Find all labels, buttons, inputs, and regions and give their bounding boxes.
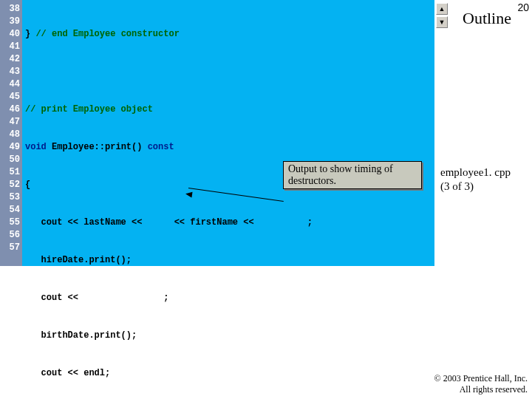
scroll-up-button[interactable]: ▲ xyxy=(436,3,448,15)
line-number: 57 xyxy=(0,242,20,254)
line-number: 47 xyxy=(0,116,20,129)
arrow-down-icon: ▼ xyxy=(439,18,446,26)
code-text: } xyxy=(25,29,35,39)
line-number-gutter: 3839404142434445464748495051525354555657 xyxy=(0,0,22,266)
line-number: 49 xyxy=(0,141,20,154)
code-text: Employee::print() xyxy=(47,142,148,152)
arrow-up-icon: ▲ xyxy=(439,5,446,13)
callout-text: Output to show timing of destructors. xyxy=(288,163,393,186)
line-number: 56 xyxy=(0,229,20,242)
code-keyword: const xyxy=(148,142,174,152)
code-comment: // end Employee constructor xyxy=(35,29,179,39)
code-text: ; xyxy=(259,217,313,228)
copyright: © 2003 Prentice Hall, Inc. All rights re… xyxy=(434,373,528,395)
code-text: { xyxy=(25,180,30,190)
line-number: 44 xyxy=(0,78,20,91)
code-text: cout << xyxy=(25,293,83,303)
file-label: employee1. cpp (3 of 3) xyxy=(440,166,511,194)
slide-number: 20 xyxy=(517,1,529,13)
code-text: << firstName << xyxy=(148,217,259,228)
code-comment: // print Employee object xyxy=(25,104,153,115)
code-keyword: void xyxy=(25,142,47,152)
callout-arrowhead xyxy=(185,191,192,197)
line-number: 55 xyxy=(0,216,20,229)
line-number: 53 xyxy=(0,191,20,204)
code-text: hireDate.print(); xyxy=(25,255,132,265)
copyright-line2: All rights reserved. xyxy=(434,384,528,395)
line-number: 40 xyxy=(0,28,20,41)
file-part: (3 of 3) xyxy=(440,180,511,194)
code-body: } // end Employee constructor // print E… xyxy=(25,3,313,399)
line-number: 39 xyxy=(0,16,20,28)
outline-panel: ▲ ▼ Outline employee1. cpp (3 of 3) xyxy=(434,0,532,399)
code-area: 3839404142434445464748495051525354555657… xyxy=(0,0,434,266)
file-name: employee1. cpp xyxy=(440,166,511,180)
scroll-down-button[interactable]: ▼ xyxy=(436,16,448,28)
line-number: 50 xyxy=(0,154,20,166)
line-number: 41 xyxy=(0,41,20,53)
line-number: 51 xyxy=(0,166,20,179)
line-number: 54 xyxy=(0,204,20,216)
code-text: cout << lastName << xyxy=(25,217,148,228)
callout-box: Output to show timing of destructors. xyxy=(283,161,422,189)
line-number: 45 xyxy=(0,91,20,103)
line-number: 38 xyxy=(0,3,20,16)
code-text: cout << endl; xyxy=(25,368,110,378)
line-number: 48 xyxy=(0,129,20,141)
copyright-line1: © 2003 Prentice Hall, Inc. xyxy=(434,373,528,383)
outline-title: Outline xyxy=(463,9,511,28)
line-number: 52 xyxy=(0,179,20,191)
code-text: ; xyxy=(83,293,168,303)
line-number: 46 xyxy=(0,103,20,116)
line-number: 42 xyxy=(0,53,20,66)
code-text: birthDate.print(); xyxy=(25,330,137,341)
line-number: 43 xyxy=(0,66,20,78)
